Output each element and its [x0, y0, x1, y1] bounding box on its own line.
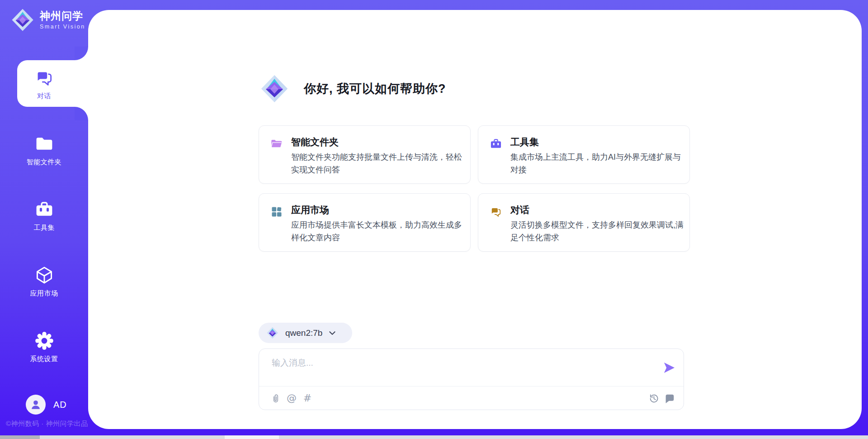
card-title: 应用市场 — [291, 204, 329, 216]
feature-cards: 智能文件夹 智能文件夹功能支持批量文件上传与清洗，轻松实现文件问答 工具集 集成… — [259, 125, 690, 252]
avatar — [26, 395, 46, 415]
comment-button[interactable] — [664, 392, 675, 404]
history-button[interactable] — [648, 392, 660, 404]
greeting: 你好, 我可以如何帮助你? — [260, 74, 446, 103]
sidebar-item-settings[interactable]: 系统设置 — [0, 331, 88, 363]
sidebar-item-label: 系统设置 — [30, 355, 58, 363]
card-description: 灵活切换多模型文件，支持多样回复效果调试,满足个性化需求 — [510, 219, 684, 244]
person-icon — [29, 398, 42, 411]
card-description: 应用市场提供丰富长文本模板，助力高效生成多样化文章内容 — [291, 219, 465, 244]
composer-divider — [259, 386, 684, 387]
sidebar-item-label: 工具集 — [33, 224, 55, 232]
brand-subtitle: Smart Vision — [40, 24, 85, 30]
composer-toolbar: @ # — [270, 391, 675, 406]
user-account[interactable]: AD — [26, 395, 67, 415]
mention-button[interactable]: @ — [286, 392, 297, 404]
history-icon — [649, 393, 659, 404]
card-chat[interactable]: 对话 灵活切换多模型文件，支持多样回复效果调试,满足个性化需求 — [478, 193, 690, 252]
hash-button[interactable]: # — [302, 392, 313, 404]
model-selector[interactable]: qwen2:7b — [259, 323, 352, 343]
sidebar-item-label: 智能文件夹 — [27, 158, 62, 167]
toolbox-icon — [490, 138, 502, 150]
user-initials: AD — [53, 400, 67, 410]
card-title: 对话 — [510, 204, 529, 216]
cube-icon — [34, 265, 54, 285]
card-description: 智能文件夹功能支持批量文件上传与清洗，轻松实现文件问答 — [291, 151, 465, 176]
gear-icon — [34, 331, 54, 351]
gem-icon — [260, 74, 289, 103]
sidebar-item-label: 对话 — [37, 92, 51, 100]
brand-logo[interactable]: 神州问学 Smart Vision — [11, 8, 85, 32]
folder-icon — [34, 134, 54, 154]
card-description: 集成市场上主流工具，助力AI与外界无缝扩展与对接 — [510, 151, 684, 176]
bubble-notch-top — [75, 47, 88, 60]
sidebar-item-chat[interactable]: 对话 — [0, 68, 88, 100]
chat-icon — [34, 68, 54, 88]
card-app-market[interactable]: 应用市场 应用市场提供丰富长文本模板，助力高效生成多样化文章内容 — [259, 193, 471, 252]
apps-grid-icon — [270, 205, 283, 218]
page-title: 你好, 我可以如何帮助你? — [304, 81, 446, 97]
gem-icon — [266, 327, 278, 339]
sidebar-item-toolset[interactable]: 工具集 — [0, 200, 88, 232]
folder-open-icon — [270, 138, 283, 150]
sidebar-item-label: 应用市场 — [30, 289, 58, 298]
copyright-text: ©神州数码 · 神州问学出品 — [6, 420, 88, 428]
window-bottom-edge — [0, 435, 868, 439]
comment-icon — [665, 393, 675, 404]
message-composer: @ # — [259, 348, 684, 410]
card-title: 工具集 — [510, 136, 539, 148]
card-title: 智能文件夹 — [291, 136, 339, 148]
attachment-button[interactable] — [270, 392, 282, 404]
gem-icon — [11, 8, 34, 32]
app-window: 神州问学 Smart Vision 对话 智能文件夹 工具集 应用市场 系统设置… — [0, 0, 868, 439]
message-input[interactable] — [271, 356, 657, 383]
card-smart-folder[interactable]: 智能文件夹 智能文件夹功能支持批量文件上传与清洗，轻松实现文件问答 — [259, 125, 471, 184]
send-icon — [663, 362, 676, 374]
bubble-notch-bottom — [75, 107, 88, 120]
send-button[interactable] — [661, 360, 677, 375]
toolbox-icon — [34, 200, 54, 220]
sidebar-item-app-market[interactable]: 应用市场 — [0, 265, 88, 298]
model-name: qwen2:7b — [285, 328, 322, 338]
chat-icon — [490, 205, 502, 218]
attachment-icon — [271, 393, 281, 403]
chevron-down-icon — [328, 329, 336, 337]
brand-name: 神州问学 — [40, 10, 85, 22]
sidebar-item-smart-folder[interactable]: 智能文件夹 — [0, 134, 88, 167]
card-toolset[interactable]: 工具集 集成市场上主流工具，助力AI与外界无缝扩展与对接 — [478, 125, 690, 184]
